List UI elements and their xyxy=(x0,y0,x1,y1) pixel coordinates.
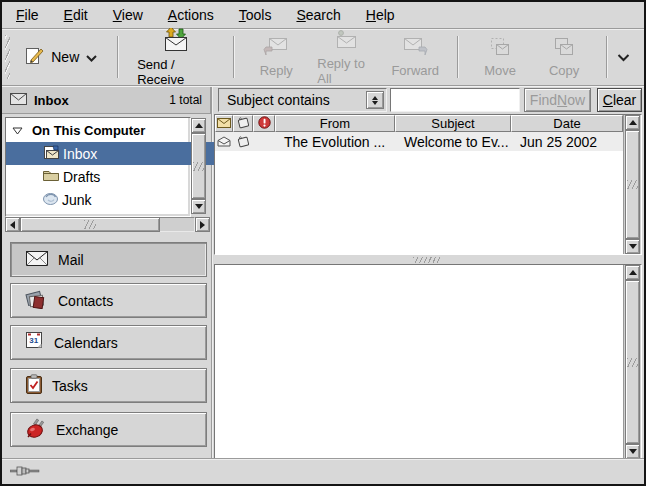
folder-tree-horizontal-scrollbar[interactable] xyxy=(5,217,210,233)
menu-help[interactable]: Help xyxy=(366,7,395,23)
current-folder-title: Inbox xyxy=(34,93,69,108)
toolbar-separator xyxy=(457,36,458,78)
send-receive-label: Send / Receive xyxy=(137,57,214,87)
move-icon xyxy=(487,36,513,61)
message-from: The Evolution ... xyxy=(275,134,395,150)
scrollbar-thumb[interactable] xyxy=(20,217,160,232)
copy-button[interactable]: Copy xyxy=(532,34,596,80)
menu-edit[interactable]: Edit xyxy=(64,7,88,23)
tree-root-on-this-computer[interactable]: On This Computer xyxy=(6,119,194,142)
expander-triangle-icon[interactable] xyxy=(12,123,23,138)
column-header-date[interactable]: Date xyxy=(511,115,623,132)
scrollbar-thumb[interactable] xyxy=(625,130,640,239)
toolbar-separator xyxy=(233,36,234,78)
junk-folder-icon xyxy=(42,191,59,208)
reply-to-all-icon xyxy=(333,29,359,54)
toolbar-overflow-chevron[interactable] xyxy=(617,53,630,62)
switcher-tasks-button[interactable]: Tasks xyxy=(10,368,207,403)
forward-button[interactable]: Forward xyxy=(383,34,447,80)
message-list-vertical-scrollbar[interactable] xyxy=(623,115,641,254)
tasks-icon xyxy=(25,374,43,398)
reply-label: Reply xyxy=(260,63,293,78)
online-status-plug-icon[interactable] xyxy=(10,463,42,481)
svg-text:31: 31 xyxy=(29,336,38,345)
reply-button[interactable]: Reply xyxy=(244,34,308,80)
list-preview-splitter[interactable] xyxy=(212,255,642,264)
contacts-icon xyxy=(25,289,49,312)
toolbar-separator xyxy=(606,36,607,78)
menu-view[interactable]: View xyxy=(113,7,143,23)
drafts-folder-icon xyxy=(42,168,60,185)
find-now-button[interactable]: Find Now xyxy=(524,88,591,112)
message-subject: Welcome to Ev... xyxy=(395,134,511,150)
column-header-subject[interactable]: Subject xyxy=(395,115,511,132)
message-date: Jun 25 2002 xyxy=(511,134,623,150)
search-input[interactable] xyxy=(390,88,520,112)
inbox-folder-icon xyxy=(42,145,60,163)
switcher-exchange-button[interactable]: Exchange xyxy=(10,412,207,447)
tree-item-label: Inbox xyxy=(63,146,97,162)
new-button[interactable]: New xyxy=(15,40,107,74)
message-row[interactable]: The Evolution ... Welcome to Ev... Jun 2… xyxy=(215,132,623,151)
forward-label: Forward xyxy=(391,63,439,78)
move-button[interactable]: Move xyxy=(468,34,532,80)
column-header-flag[interactable] xyxy=(233,115,253,132)
compose-new-icon xyxy=(25,46,44,68)
scrollbar-thumb[interactable] xyxy=(625,280,640,444)
tree-root-label: On This Computer xyxy=(32,123,145,138)
new-button-label: New xyxy=(51,49,79,65)
toolbar-drag-handle[interactable] xyxy=(5,35,10,79)
scrollbar-thumb[interactable] xyxy=(191,133,206,199)
menu-file[interactable]: File xyxy=(16,7,39,23)
preview-vertical-scrollbar[interactable] xyxy=(623,265,641,459)
column-header-status[interactable] xyxy=(215,115,233,132)
scroll-up-button[interactable] xyxy=(191,118,206,133)
scroll-right-button[interactable] xyxy=(195,217,210,232)
toolbar-separator xyxy=(117,36,118,78)
mail-icon xyxy=(25,250,49,270)
search-bar: Subject contains Find Now Clear xyxy=(212,87,642,114)
tree-item-label: Drafts xyxy=(63,169,100,185)
scroll-left-button[interactable] xyxy=(5,217,20,232)
clear-button[interactable]: Clear xyxy=(597,88,642,112)
copy-label: Copy xyxy=(549,63,579,78)
toolbar: New Send / Receive xyxy=(2,29,644,86)
scroll-down-button[interactable] xyxy=(625,239,640,254)
tree-item-label: Junk xyxy=(62,192,92,208)
new-dropdown-chevron-icon[interactable] xyxy=(86,49,97,65)
forward-icon xyxy=(402,36,428,61)
switcher-label: Mail xyxy=(58,252,84,268)
folder-tree-vertical-scrollbar[interactable] xyxy=(191,118,208,214)
splitter-grip[interactable] xyxy=(413,257,441,263)
scroll-down-button[interactable] xyxy=(191,199,206,214)
reply-to-all-button[interactable]: Reply to All xyxy=(308,27,383,88)
switcher-calendars-button[interactable]: 31 Calendars xyxy=(10,325,207,360)
switcher-label: Contacts xyxy=(58,293,113,309)
message-list-pane: From Subject Date xyxy=(214,114,642,255)
switcher-label: Calendars xyxy=(54,335,118,351)
menu-search[interactable]: Search xyxy=(296,7,340,23)
column-header-importance[interactable] xyxy=(253,115,275,132)
read-message-icon xyxy=(215,136,233,147)
evolution-window: File Edit View Actions Tools Search Help… xyxy=(0,0,646,486)
tag-icon xyxy=(236,116,250,132)
status-envelope-icon xyxy=(217,116,231,131)
inbox-envelope-icon xyxy=(10,91,27,109)
message-preview-pane xyxy=(214,264,642,460)
menubar: File Edit View Actions Tools Search Help xyxy=(2,2,644,29)
send-receive-button[interactable]: Send / Receive xyxy=(128,26,223,89)
status-bar xyxy=(2,459,644,484)
menu-tools[interactable]: Tools xyxy=(239,7,272,23)
scroll-up-button[interactable] xyxy=(625,265,640,280)
switcher-label: Tasks xyxy=(52,378,88,394)
column-header-from[interactable]: From xyxy=(275,115,395,132)
dropdown-arrow-icon[interactable] xyxy=(366,91,384,109)
switcher-contacts-button[interactable]: Contacts xyxy=(10,283,207,318)
scroll-down-button[interactable] xyxy=(625,444,640,459)
switcher-mail-button[interactable]: Mail xyxy=(10,242,207,277)
scroll-up-button[interactable] xyxy=(625,115,640,130)
search-filter-dropdown[interactable]: Subject contains xyxy=(218,88,387,112)
folder-message-count: 1 total xyxy=(169,93,202,107)
menu-actions[interactable]: Actions xyxy=(168,7,214,23)
folder-title-bar[interactable]: Inbox 1 total xyxy=(2,87,211,114)
